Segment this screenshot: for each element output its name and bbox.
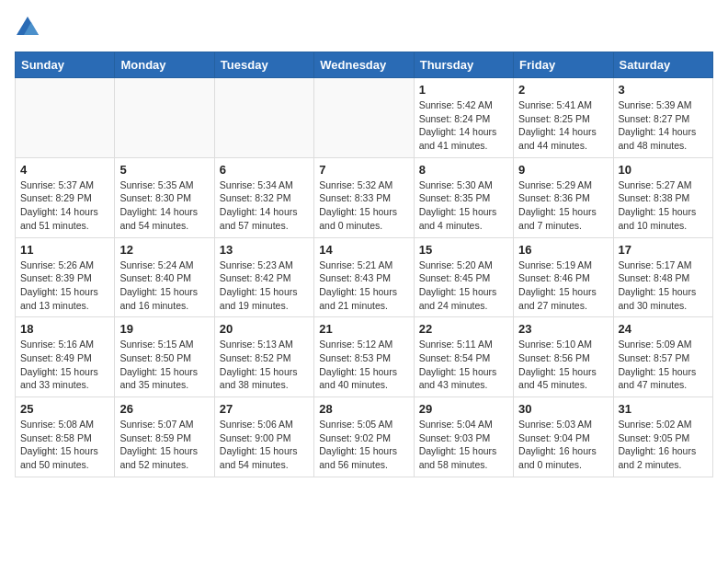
cell-info: Sunrise: 5:35 AM Sunset: 8:30 PM Dayligh…: [119, 178, 209, 233]
cell-info: Sunrise: 5:13 AM Sunset: 8:52 PM Dayligh…: [220, 338, 309, 392]
day-number: 15: [419, 243, 508, 257]
cell-info: Sunrise: 5:41 AM Sunset: 8:25 PM Dayligh…: [518, 98, 608, 153]
cell-info: Sunrise: 5:37 AM Sunset: 8:29 PM Dayligh…: [20, 178, 109, 233]
day-number: 23: [518, 322, 608, 336]
cell-info: Sunrise: 5:06 AM Sunset: 9:00 PM Dayligh…: [220, 418, 309, 472]
day-number: 2: [518, 83, 608, 97]
calendar-cell: 12Sunrise: 5:24 AM Sunset: 8:40 PM Dayli…: [115, 237, 214, 317]
cell-info: Sunrise: 5:23 AM Sunset: 8:42 PM Dayligh…: [220, 259, 309, 313]
calendar-week-1: 1Sunrise: 5:42 AM Sunset: 8:24 PM Daylig…: [16, 78, 713, 158]
cell-info: Sunrise: 5:10 AM Sunset: 8:56 PM Dayligh…: [518, 338, 608, 392]
day-number: 16: [518, 243, 608, 257]
cell-info: Sunrise: 5:11 AM Sunset: 8:54 PM Dayligh…: [419, 338, 508, 392]
calendar-cell: 24Sunrise: 5:09 AM Sunset: 8:57 PM Dayli…: [613, 317, 712, 397]
calendar-cell: 27Sunrise: 5:06 AM Sunset: 9:00 PM Dayli…: [214, 397, 313, 477]
cell-info: Sunrise: 5:34 AM Sunset: 8:32 PM Dayligh…: [220, 178, 309, 233]
calendar-cell: 30Sunrise: 5:03 AM Sunset: 9:04 PM Dayli…: [514, 397, 613, 477]
calendar-cell: 31Sunrise: 5:02 AM Sunset: 9:05 PM Dayli…: [613, 397, 712, 477]
calendar-cell: 3Sunrise: 5:39 AM Sunset: 8:27 PM Daylig…: [613, 78, 712, 158]
day-number: 14: [319, 243, 408, 257]
day-header-wednesday: Wednesday: [314, 52, 414, 78]
calendar-cell: 11Sunrise: 5:26 AM Sunset: 8:39 PM Dayli…: [16, 237, 115, 317]
day-number: 25: [20, 402, 109, 416]
calendar-week-3: 11Sunrise: 5:26 AM Sunset: 8:39 PM Dayli…: [16, 237, 713, 317]
calendar-cell: 14Sunrise: 5:21 AM Sunset: 8:43 PM Dayli…: [314, 237, 414, 317]
calendar-cell: 10Sunrise: 5:27 AM Sunset: 8:38 PM Dayli…: [613, 157, 712, 237]
day-number: 9: [518, 163, 608, 177]
cell-info: Sunrise: 5:17 AM Sunset: 8:48 PM Dayligh…: [619, 259, 708, 313]
calendar-cell: 7Sunrise: 5:32 AM Sunset: 8:33 PM Daylig…: [314, 157, 414, 237]
day-number: 7: [319, 163, 408, 177]
calendar-cell: 26Sunrise: 5:07 AM Sunset: 8:59 PM Dayli…: [115, 397, 214, 477]
calendar-cell: 17Sunrise: 5:17 AM Sunset: 8:48 PM Dayli…: [613, 237, 712, 317]
day-number: 5: [119, 163, 209, 177]
calendar-cell: 13Sunrise: 5:23 AM Sunset: 8:42 PM Dayli…: [214, 237, 313, 317]
day-header-tuesday: Tuesday: [214, 52, 313, 78]
day-number: 3: [619, 83, 708, 97]
calendar-week-2: 4Sunrise: 5:37 AM Sunset: 8:29 PM Daylig…: [16, 157, 713, 237]
calendar-cell: 21Sunrise: 5:12 AM Sunset: 8:53 PM Dayli…: [314, 317, 414, 397]
cell-info: Sunrise: 5:16 AM Sunset: 8:49 PM Dayligh…: [20, 338, 109, 392]
cell-info: Sunrise: 5:20 AM Sunset: 8:45 PM Dayligh…: [419, 259, 508, 313]
day-number: 1: [419, 83, 508, 97]
day-header-sunday: Sunday: [16, 52, 115, 78]
cell-info: Sunrise: 5:12 AM Sunset: 8:53 PM Dayligh…: [319, 338, 408, 392]
cell-info: Sunrise: 5:15 AM Sunset: 8:50 PM Dayligh…: [119, 338, 209, 392]
cell-info: Sunrise: 5:21 AM Sunset: 8:43 PM Dayligh…: [319, 259, 408, 313]
day-number: 13: [220, 243, 309, 257]
logo-icon: [15, 15, 40, 40]
calendar-cell: 6Sunrise: 5:34 AM Sunset: 8:32 PM Daylig…: [214, 157, 313, 237]
calendar-cell: 23Sunrise: 5:10 AM Sunset: 8:56 PM Dayli…: [514, 317, 613, 397]
day-number: 19: [119, 322, 209, 336]
day-number: 18: [20, 322, 109, 336]
cell-info: Sunrise: 5:05 AM Sunset: 9:02 PM Dayligh…: [319, 418, 408, 472]
calendar-cell: 29Sunrise: 5:04 AM Sunset: 9:03 PM Dayli…: [414, 397, 513, 477]
calendar-week-4: 18Sunrise: 5:16 AM Sunset: 8:49 PM Dayli…: [16, 317, 713, 397]
cell-info: Sunrise: 5:08 AM Sunset: 8:58 PM Dayligh…: [20, 418, 109, 472]
cell-info: Sunrise: 5:09 AM Sunset: 8:57 PM Dayligh…: [619, 338, 708, 392]
calendar-cell: 1Sunrise: 5:42 AM Sunset: 8:24 PM Daylig…: [414, 78, 513, 158]
calendar-cell: 16Sunrise: 5:19 AM Sunset: 8:46 PM Dayli…: [514, 237, 613, 317]
cell-info: Sunrise: 5:27 AM Sunset: 8:38 PM Dayligh…: [619, 178, 708, 233]
calendar-week-5: 25Sunrise: 5:08 AM Sunset: 8:58 PM Dayli…: [16, 397, 713, 477]
day-number: 24: [619, 322, 708, 336]
day-number: 31: [619, 402, 708, 416]
calendar-table: SundayMondayTuesdayWednesdayThursdayFrid…: [15, 52, 713, 477]
day-number: 6: [220, 163, 309, 177]
calendar-cell: 5Sunrise: 5:35 AM Sunset: 8:30 PM Daylig…: [115, 157, 214, 237]
cell-info: Sunrise: 5:42 AM Sunset: 8:24 PM Dayligh…: [419, 98, 508, 153]
page-header: [15, 15, 713, 40]
calendar-cell: 8Sunrise: 5:30 AM Sunset: 8:35 PM Daylig…: [414, 157, 513, 237]
day-number: 8: [419, 163, 508, 177]
day-number: 11: [20, 243, 109, 257]
calendar-cell: 25Sunrise: 5:08 AM Sunset: 8:58 PM Dayli…: [16, 397, 115, 477]
calendar-cell: 20Sunrise: 5:13 AM Sunset: 8:52 PM Dayli…: [214, 317, 313, 397]
calendar-cell: [214, 78, 313, 158]
cell-info: Sunrise: 5:02 AM Sunset: 9:05 PM Dayligh…: [619, 418, 708, 472]
day-number: 4: [20, 163, 109, 177]
calendar-cell: 2Sunrise: 5:41 AM Sunset: 8:25 PM Daylig…: [514, 78, 613, 158]
calendar-cell: [16, 78, 115, 158]
calendar-header-row: SundayMondayTuesdayWednesdayThursdayFrid…: [16, 52, 713, 78]
cell-info: Sunrise: 5:24 AM Sunset: 8:40 PM Dayligh…: [119, 259, 209, 313]
cell-info: Sunrise: 5:04 AM Sunset: 9:03 PM Dayligh…: [419, 418, 508, 472]
cell-info: Sunrise: 5:03 AM Sunset: 9:04 PM Dayligh…: [518, 418, 608, 472]
calendar-cell: 18Sunrise: 5:16 AM Sunset: 8:49 PM Dayli…: [16, 317, 115, 397]
day-number: 27: [220, 402, 309, 416]
cell-info: Sunrise: 5:30 AM Sunset: 8:35 PM Dayligh…: [419, 178, 508, 233]
day-number: 10: [619, 163, 708, 177]
cell-info: Sunrise: 5:29 AM Sunset: 8:36 PM Dayligh…: [518, 178, 608, 233]
day-number: 21: [319, 322, 408, 336]
cell-info: Sunrise: 5:19 AM Sunset: 8:46 PM Dayligh…: [518, 259, 608, 313]
calendar-cell: [314, 78, 414, 158]
day-number: 22: [419, 322, 508, 336]
day-header-friday: Friday: [514, 52, 613, 78]
day-header-monday: Monday: [115, 52, 214, 78]
calendar-cell: 15Sunrise: 5:20 AM Sunset: 8:45 PM Dayli…: [414, 237, 513, 317]
calendar-cell: 9Sunrise: 5:29 AM Sunset: 8:36 PM Daylig…: [514, 157, 613, 237]
day-header-thursday: Thursday: [414, 52, 513, 78]
day-number: 17: [619, 243, 708, 257]
calendar-cell: 28Sunrise: 5:05 AM Sunset: 9:02 PM Dayli…: [314, 397, 414, 477]
day-header-saturday: Saturday: [613, 52, 712, 78]
day-number: 29: [419, 402, 508, 416]
